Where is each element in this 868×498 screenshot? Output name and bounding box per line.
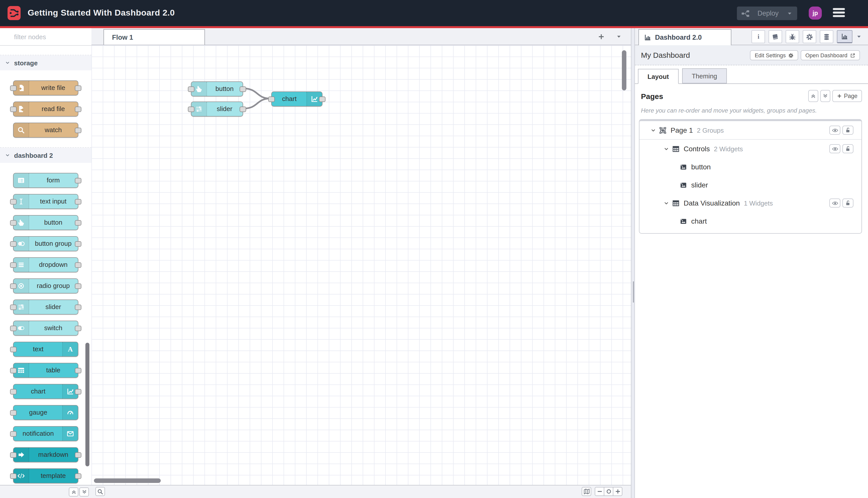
- flow-list-button[interactable]: [616, 28, 622, 45]
- expand-pages-button[interactable]: [820, 90, 830, 102]
- collapse-pages-button[interactable]: [808, 90, 818, 102]
- output-port[interactable]: [319, 96, 325, 102]
- visibility-button[interactable]: [829, 198, 840, 208]
- deploy-button[interactable]: Deploy: [737, 6, 797, 20]
- output-port[interactable]: [75, 220, 81, 225]
- deploy-caret-icon[interactable]: [787, 10, 793, 16]
- palette-node-gauge[interactable]: gauge: [13, 405, 78, 420]
- chevron-down-icon[interactable]: [664, 146, 669, 152]
- input-port[interactable]: [10, 452, 16, 458]
- search-flows-button[interactable]: [95, 487, 105, 496]
- input-port[interactable]: [268, 96, 275, 102]
- filter-nodes-input[interactable]: [0, 28, 91, 45]
- collapse-all-button[interactable]: [69, 487, 78, 496]
- config-tab-button[interactable]: [803, 30, 816, 43]
- palette-node-slider[interactable]: slider: [13, 300, 78, 315]
- palette-node-watch[interactable]: watch: [13, 122, 78, 138]
- output-port[interactable]: [75, 199, 81, 204]
- tree-row-Data-Visualization[interactable]: Data Visualization1 Widgets: [639, 194, 862, 212]
- input-port[interactable]: [10, 431, 16, 436]
- palette-node-chart[interactable]: chart: [13, 384, 78, 399]
- palette-category-header[interactable]: dashboard 2: [0, 148, 91, 163]
- chevron-down-icon[interactable]: [664, 200, 669, 206]
- input-port[interactable]: [10, 346, 16, 352]
- lock-button[interactable]: [842, 198, 853, 208]
- palette-category-header[interactable]: storage: [0, 55, 91, 70]
- input-port[interactable]: [10, 368, 16, 373]
- tab-flow-1[interactable]: Flow 1: [104, 29, 205, 45]
- help-tab-button[interactable]: [769, 30, 782, 43]
- input-port[interactable]: [10, 241, 16, 247]
- output-port[interactable]: [75, 389, 81, 394]
- palette-scrollbar[interactable]: [85, 343, 90, 466]
- input-port[interactable]: [10, 304, 16, 310]
- add-flow-button[interactable]: [598, 28, 605, 45]
- tree-row-Page-1[interactable]: Page 12 Groups: [639, 121, 862, 140]
- output-port[interactable]: [75, 452, 81, 458]
- output-port[interactable]: [75, 85, 81, 91]
- palette-node-table[interactable]: table: [13, 363, 78, 378]
- palette-node-text[interactable]: Atext: [13, 342, 78, 357]
- visibility-button[interactable]: [829, 144, 840, 153]
- canvas-node-button[interactable]: button: [191, 81, 243, 96]
- canvas-node-chart[interactable]: chart: [271, 91, 322, 106]
- navigator-button[interactable]: [582, 487, 591, 496]
- input-port[interactable]: [10, 283, 16, 289]
- tab-theming[interactable]: Theming: [682, 68, 726, 83]
- palette-node-text-input[interactable]: text input: [13, 194, 78, 209]
- output-port[interactable]: [75, 241, 81, 247]
- canvas-vscrollbar[interactable]: [622, 50, 626, 90]
- debug-tab-button[interactable]: [786, 30, 799, 43]
- output-port[interactable]: [240, 106, 246, 112]
- palette-node-read-file[interactable]: read file: [13, 102, 78, 117]
- zoom-in-button[interactable]: [613, 487, 622, 496]
- palette-node-form[interactable]: form: [13, 173, 78, 188]
- open-dashboard-button[interactable]: Open Dashboard: [801, 50, 860, 60]
- expand-all-button[interactable]: [79, 487, 89, 496]
- input-port[interactable]: [188, 86, 195, 92]
- output-port[interactable]: [75, 368, 81, 373]
- output-port[interactable]: [75, 127, 81, 133]
- canvas-hscrollbar[interactable]: [94, 479, 161, 483]
- input-port[interactable]: [10, 262, 16, 267]
- output-port[interactable]: [75, 262, 81, 267]
- input-port[interactable]: [10, 325, 16, 331]
- tree-row-chart[interactable]: chart: [639, 212, 862, 230]
- sidebar-splitter[interactable]: [631, 28, 635, 498]
- main-menu-button[interactable]: [833, 8, 845, 18]
- zoom-reset-button[interactable]: [604, 487, 613, 496]
- output-port[interactable]: [75, 178, 81, 183]
- input-port[interactable]: [10, 85, 16, 91]
- tree-row-Controls[interactable]: Controls2 Widgets: [639, 140, 862, 158]
- dashboard-tab-button[interactable]: [837, 30, 852, 43]
- output-port[interactable]: [75, 304, 81, 310]
- input-port[interactable]: [10, 220, 16, 225]
- edit-settings-button[interactable]: Edit Settings: [750, 50, 798, 60]
- output-port[interactable]: [240, 86, 246, 92]
- palette-node-notification[interactable]: notification: [13, 426, 78, 441]
- palette-node-button-group[interactable]: button group: [13, 236, 78, 251]
- zoom-out-button[interactable]: [595, 487, 604, 496]
- user-avatar[interactable]: jp: [809, 6, 822, 19]
- tree-row-slider[interactable]: slider: [639, 176, 862, 194]
- input-port[interactable]: [188, 106, 195, 112]
- palette-node-switch[interactable]: switch: [13, 320, 78, 336]
- tab-dashboard-2[interactable]: Dashboard 2.0: [639, 29, 731, 45]
- input-port[interactable]: [10, 199, 16, 204]
- add-page-button[interactable]: Page: [832, 90, 862, 102]
- info-tab-button[interactable]: i: [751, 30, 765, 43]
- flow-canvas[interactable]: buttonsliderchart: [91, 45, 631, 485]
- palette-node-button[interactable]: button: [13, 215, 78, 230]
- output-port[interactable]: [75, 283, 81, 289]
- output-port[interactable]: [75, 473, 81, 479]
- visibility-button[interactable]: [829, 126, 840, 135]
- input-port[interactable]: [10, 473, 16, 479]
- canvas-node-slider[interactable]: slider: [191, 102, 243, 117]
- output-port[interactable]: [75, 325, 81, 331]
- input-port[interactable]: [10, 389, 16, 394]
- chevron-down-icon[interactable]: [651, 127, 656, 133]
- context-tab-button[interactable]: [820, 30, 833, 43]
- palette-node-markdown[interactable]: markdown: [13, 447, 78, 462]
- input-port[interactable]: [10, 106, 16, 112]
- lock-button[interactable]: [842, 126, 853, 135]
